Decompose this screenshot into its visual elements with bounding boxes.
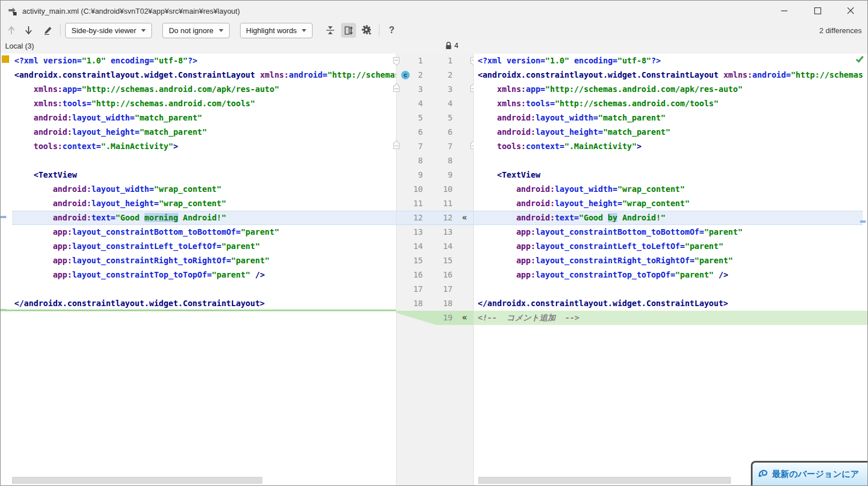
- code-line-3: xmlns:app="http://schemas.android.com/ap…: [12, 82, 396, 97]
- gear-settings-icon[interactable]: [359, 23, 374, 38]
- lock-indicator[interactable]: 4: [445, 41, 458, 50]
- code-line-5: android:layout_width="match_parent": [474, 111, 863, 125]
- whitespace-policy-label: Do not ignore: [169, 26, 213, 35]
- changed-line-stripe-icon[interactable]: [1, 216, 6, 218]
- synchronize-scrolling-icon[interactable]: [341, 23, 356, 38]
- right-editor-pane[interactable]: <?xml version="1.0" encoding="utf-8"?><a…: [474, 54, 867, 485]
- code-line-17: [12, 282, 396, 296]
- right-horizontal-scrollbar[interactable]: [478, 477, 731, 484]
- right-line-number: 8: [426, 154, 453, 168]
- right-line-number: 7: [426, 139, 453, 154]
- chevron-down-icon: [219, 29, 223, 32]
- code-line-2: <androidx.constraintlayout.widget.Constr…: [12, 68, 396, 82]
- help-button[interactable]: ?: [384, 23, 399, 38]
- gutter-row-18: 1818: [397, 296, 473, 311]
- viewer-mode-dropdown[interactable]: Side-by-side viewer: [65, 23, 152, 38]
- collapse-unchanged-icon[interactable]: [323, 23, 338, 38]
- highlight-mode-dropdown[interactable]: Highlight words: [240, 23, 313, 38]
- left-line-number: 12: [397, 211, 423, 225]
- code-line-7: tools:context=".MainActivity">: [12, 139, 396, 154]
- previous-difference-button[interactable]: [4, 23, 19, 38]
- change-badge-icon[interactable]: c: [401, 71, 410, 79]
- right-line-number: 4: [426, 97, 453, 111]
- maximize-button[interactable]: [801, 1, 834, 21]
- right-line-number: 12: [426, 211, 453, 225]
- changed-line-stripe-icon[interactable]: [860, 220, 866, 223]
- whitespace-policy-dropdown[interactable]: Do not ignore: [162, 23, 229, 38]
- gutter-row-15: 1515: [397, 254, 473, 268]
- ime-update-popup[interactable]: 最新のバージョンにア: [751, 461, 867, 485]
- code-line-8: [12, 154, 396, 168]
- code-line-1: <?xml version="1.0" encoding="utf-8"?>: [12, 54, 396, 68]
- code-line-18: </androidx.constraintlayout.widget.Const…: [12, 296, 396, 311]
- fold-marker-icon[interactable]: [393, 86, 399, 92]
- added-anchor-line: [1, 310, 396, 311]
- gutter-row-13: 1313: [397, 225, 473, 239]
- gutter-row-19: 19«: [397, 311, 473, 325]
- lock-count: 4: [454, 41, 458, 50]
- diff-content: <?xml version="1.0" encoding="utf-8"?><a…: [1, 54, 867, 485]
- gutter-row-9: 99: [397, 168, 473, 182]
- window-title: activity_main.xml (C:¥android¥svnT02¥app…: [22, 7, 240, 15]
- popup-text: 最新のバージョンにア: [772, 469, 859, 480]
- changed-marker-icon[interactable]: [2, 55, 9, 63]
- left-line-number: 7: [397, 139, 423, 154]
- right-code-area: <?xml version="1.0" encoding="utf-8"?><a…: [474, 54, 867, 325]
- left-line-number: 9: [397, 168, 423, 182]
- code-line-18: </androidx.constraintlayout.widget.Const…: [474, 296, 863, 311]
- code-line-10: android:layout_width="wrap_content": [12, 182, 396, 196]
- toolbar-separator: [379, 25, 379, 36]
- left-line-number: 18: [397, 296, 423, 311]
- code-line-15: app:layout_constraintRight_toRightOf="pa…: [474, 254, 863, 268]
- code-line-11: android:layout_height="wrap_content": [12, 196, 396, 211]
- code-line-6: android:layout_height="match_parent": [12, 125, 396, 139]
- right-line-number: 11: [426, 196, 453, 211]
- next-difference-button[interactable]: [21, 23, 36, 38]
- code-line-4: xmlns:tools="http://schemas.android.com/…: [474, 97, 863, 111]
- left-code-area: <?xml version="1.0" encoding="utf-8"?><a…: [1, 54, 396, 311]
- diff-subheader: Local (3) 4: [1, 39, 867, 54]
- diff-toolbar: Side-by-side viewer Do not ignore Highli…: [1, 21, 867, 39]
- chevron-down-icon: [141, 29, 146, 32]
- code-line-1: <?xml version="1.0" encoding="utf-8"?>: [474, 54, 863, 68]
- fold-marker-icon[interactable]: [393, 143, 399, 149]
- left-line-number: 1: [397, 54, 423, 68]
- code-line-5: android:layout_width="match_parent": [12, 111, 396, 125]
- differences-count: 2 differences: [819, 26, 863, 35]
- minimize-button[interactable]: [768, 1, 801, 21]
- right-line-number: 6: [426, 125, 453, 139]
- edit-pencil-icon[interactable]: [41, 23, 55, 38]
- right-line-number: 5: [426, 111, 453, 125]
- left-editor-pane[interactable]: <?xml version="1.0" encoding="utf-8"?><a…: [1, 54, 396, 485]
- close-button[interactable]: [834, 1, 867, 21]
- gutter-row-2: 22c: [397, 68, 473, 82]
- right-line-number: 18: [426, 296, 453, 311]
- left-line-number: 10: [397, 182, 423, 196]
- gutter-row-4: 44: [397, 97, 473, 111]
- gutter-row-12: 1212«: [397, 211, 473, 225]
- code-line-3: xmlns:app="http://schemas.android.com/ap…: [474, 82, 863, 97]
- gutter-row-16: 1616: [397, 268, 473, 282]
- right-line-number: 1: [426, 54, 453, 68]
- apply-change-left-icon[interactable]: «: [457, 211, 472, 225]
- gutter-row-5: 55: [397, 111, 473, 125]
- apply-change-left-icon[interactable]: «: [457, 311, 472, 325]
- right-line-number: 17: [426, 282, 453, 296]
- update-swirl-icon: [758, 468, 769, 480]
- toolbar-separator: [60, 25, 61, 36]
- gutter-row-10: 1010: [397, 182, 473, 196]
- gutter-row-3: 33: [397, 82, 473, 97]
- code-line-10: android:layout_width="wrap_content": [474, 182, 863, 196]
- left-line-number: 11: [397, 196, 423, 211]
- gutter-row-14: 1414: [397, 239, 473, 254]
- right-line-number: 3: [426, 82, 453, 97]
- code-line-7: tools:context=".MainActivity">: [474, 139, 863, 154]
- code-line-12: android:text="Good by Android!": [474, 211, 863, 225]
- fold-marker-icon[interactable]: [393, 57, 399, 63]
- code-line-4: xmlns:tools="http://schemas.android.com/…: [12, 97, 396, 111]
- chevron-down-icon: [302, 29, 306, 32]
- left-horizontal-scrollbar[interactable]: [12, 477, 262, 484]
- code-line-8: [474, 154, 863, 168]
- left-line-number: 6: [397, 125, 423, 139]
- local-revision-label: Local (3): [5, 42, 34, 50]
